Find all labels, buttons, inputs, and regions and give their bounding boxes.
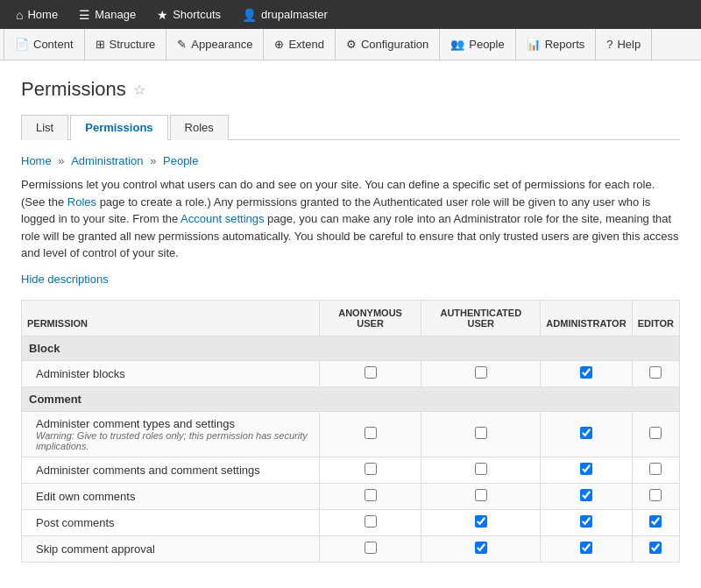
checkbox-administrator[interactable] (580, 463, 592, 475)
nav-configuration[interactable]: ⚙ Configuration (336, 29, 440, 60)
checkbox-editor[interactable] (649, 463, 662, 475)
permissions-table: PERMISSION ANONYMOUS USER AUTHENTICATED … (21, 300, 680, 563)
table-row: Administer blocks (22, 360, 680, 386)
breadcrumb-home[interactable]: Home (21, 154, 52, 167)
tab-roles[interactable]: Roles (170, 115, 229, 140)
main-nav: 📄 Content ⊞ Structure ✎ Appearance ⊕ Ext… (0, 29, 701, 60)
checkbox-cell-authenticated (421, 509, 541, 535)
checkbox-cell-editor (632, 535, 679, 562)
admin-bar-manage[interactable]: ☰ Manage (70, 0, 145, 29)
shortcuts-icon: ★ (157, 8, 168, 22)
checkbox-cell-administrator (541, 411, 632, 457)
checkbox-anonymous[interactable] (365, 542, 377, 554)
table-row: Skip comment approval (22, 535, 680, 562)
permission-name: Administer comment types and settingsWar… (22, 411, 320, 457)
table-row: Post comments (22, 509, 680, 535)
section-header: Comment (22, 386, 680, 411)
nav-content[interactable]: 📄 Content (4, 29, 85, 60)
checkbox-cell-authenticated (421, 457, 541, 483)
checkbox-authenticated[interactable] (475, 366, 487, 379)
permission-name: Administer blocks (22, 360, 320, 386)
checkbox-authenticated[interactable] (475, 542, 487, 554)
checkbox-cell-authenticated (421, 483, 541, 509)
tabs: List Permissions Roles (21, 115, 680, 140)
nav-extend[interactable]: ⊕ Extend (264, 29, 335, 60)
checkbox-anonymous[interactable] (365, 463, 377, 475)
home-icon: ⌂ (16, 8, 23, 22)
col-permission: PERMISSION (22, 300, 320, 336)
breadcrumb-sep-1: » (58, 154, 67, 167)
admin-bar-shortcuts[interactable]: ★ Shortcuts (148, 0, 230, 29)
checkbox-administrator[interactable] (580, 366, 592, 379)
checkbox-cell-administrator (541, 535, 632, 562)
checkbox-cell-anonymous (320, 509, 421, 535)
checkbox-editor[interactable] (649, 427, 662, 439)
checkbox-editor[interactable] (649, 515, 662, 528)
admin-bar-user[interactable]: 👤 drupalmaster (233, 0, 336, 29)
checkbox-authenticated[interactable] (475, 489, 487, 501)
user-icon: 👤 (242, 8, 257, 22)
checkbox-cell-editor (632, 509, 679, 535)
checkbox-editor[interactable] (649, 489, 662, 501)
permission-name: Post comments (22, 509, 320, 535)
checkbox-cell-anonymous (320, 411, 421, 457)
permission-name: Skip comment approval (22, 535, 320, 562)
hide-descriptions-link[interactable]: Hide descriptions (21, 273, 109, 286)
breadcrumb-people[interactable]: People (163, 154, 198, 167)
checkbox-anonymous[interactable] (365, 515, 377, 528)
nav-structure[interactable]: ⊞ Structure (85, 29, 167, 60)
checkbox-administrator[interactable] (580, 427, 592, 439)
breadcrumb-sep-2: » (150, 154, 159, 167)
reports-icon: 📊 (527, 38, 541, 51)
checkbox-editor[interactable] (649, 366, 662, 379)
tab-permissions[interactable]: Permissions (70, 115, 167, 140)
checkbox-cell-authenticated (421, 535, 541, 562)
checkbox-cell-anonymous (320, 535, 421, 562)
help-icon: ? (606, 38, 612, 51)
page-description: Permissions let you control what users c… (21, 176, 680, 262)
breadcrumb-administration[interactable]: Administration (71, 154, 143, 167)
table-row: Administer comments and comment settings (22, 457, 680, 483)
checkbox-cell-administrator (541, 457, 632, 483)
extend-icon: ⊕ (274, 38, 284, 51)
page-title: Permissions (21, 78, 126, 101)
page-content: Permissions ☆ List Permissions Roles Hom… (0, 60, 701, 580)
table-row: Administer comment types and settingsWar… (22, 411, 680, 457)
checkbox-administrator[interactable] (580, 515, 592, 528)
checkbox-anonymous[interactable] (365, 489, 377, 501)
checkbox-administrator[interactable] (580, 489, 592, 501)
breadcrumb: Home » Administration » People (21, 154, 680, 167)
col-anonymous: ANONYMOUS USER (320, 300, 421, 336)
col-editor: EDITOR (632, 300, 679, 336)
checkbox-anonymous[interactable] (365, 427, 377, 439)
checkbox-editor[interactable] (649, 542, 662, 554)
checkbox-cell-authenticated (421, 411, 541, 457)
checkbox-cell-anonymous (320, 360, 421, 386)
checkbox-cell-editor (632, 360, 679, 386)
tab-list[interactable]: List (21, 115, 68, 140)
account-settings-link[interactable]: Account settings (181, 212, 264, 225)
checkbox-authenticated[interactable] (475, 463, 487, 475)
nav-appearance[interactable]: ✎ Appearance (166, 29, 264, 60)
checkbox-cell-administrator (541, 360, 632, 386)
checkbox-cell-editor (632, 411, 679, 457)
nav-people[interactable]: 👥 People (440, 29, 515, 60)
content-icon: 📄 (15, 38, 29, 51)
configuration-icon: ⚙ (346, 38, 357, 51)
checkbox-cell-anonymous (320, 457, 421, 483)
permission-name: Edit own comments (22, 483, 320, 509)
checkbox-administrator[interactable] (580, 542, 592, 554)
bookmark-icon[interactable]: ☆ (133, 81, 145, 98)
people-icon: 👥 (450, 38, 464, 51)
page-title-area: Permissions ☆ (21, 78, 680, 101)
checkbox-anonymous[interactable] (365, 366, 377, 379)
checkbox-cell-editor (632, 483, 679, 509)
permission-name: Administer comments and comment settings (22, 457, 320, 483)
checkbox-authenticated[interactable] (475, 515, 487, 528)
admin-bar: ⌂ Home ☰ Manage ★ Shortcuts 👤 drupalmast… (0, 0, 701, 29)
checkbox-authenticated[interactable] (475, 427, 487, 439)
roles-link[interactable]: Roles (67, 195, 96, 209)
nav-reports[interactable]: 📊 Reports (516, 29, 597, 60)
nav-help[interactable]: ? Help (596, 29, 652, 60)
admin-bar-home[interactable]: ⌂ Home (7, 0, 67, 29)
